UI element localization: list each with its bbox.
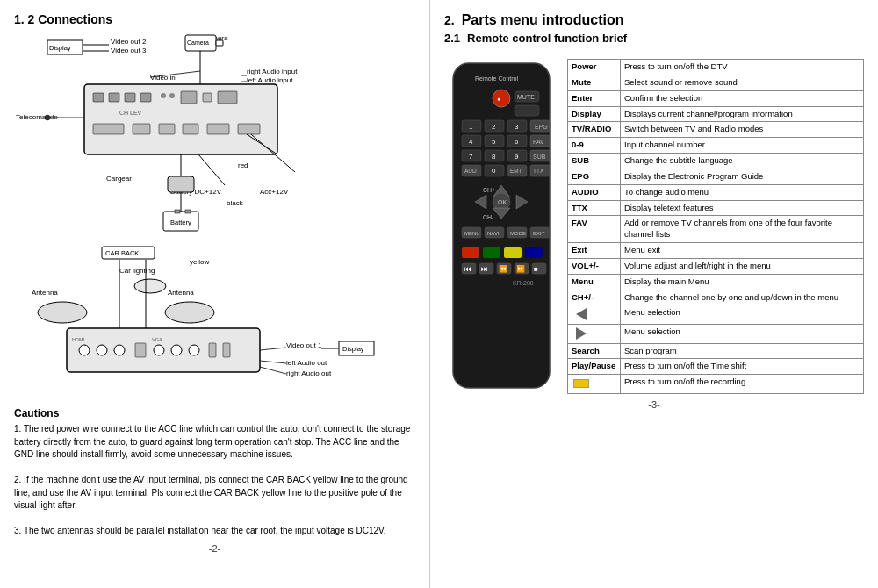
cell-desc: Input channel number [621, 138, 864, 154]
remote-control-image: Remote Control ● MUTE ··· 1 2 3 EPG [444, 59, 558, 394]
svg-text:9: 9 [515, 153, 519, 161]
diagram-svg: Video out 2 Video out 3 Camera Display C… [14, 32, 418, 396]
svg-point-37 [45, 115, 50, 120]
svg-point-68 [171, 345, 182, 355]
svg-point-64 [97, 345, 107, 355]
cautions-title: Cautions [14, 407, 415, 419]
cell-desc: Switch between TV and Radio modes [621, 122, 864, 138]
svg-point-65 [114, 345, 125, 355]
table-row: Search Scan program [568, 343, 864, 359]
svg-rect-28 [93, 124, 124, 134]
cell-desc: Change the subtitle language [621, 154, 864, 169]
svg-rect-29 [133, 124, 150, 134]
table-row: Power Press to turn on/off the DTV [568, 60, 864, 75]
page-left: 1. 2 Connections Video out 2 Video out 3… [0, 0, 430, 588]
remote-svg: Remote Control ● MUTE ··· 1 2 3 EPG [444, 59, 558, 392]
right-page-num: -3- [444, 399, 864, 410]
svg-rect-143 [504, 247, 522, 258]
svg-rect-25 [181, 91, 197, 104]
svg-text:●: ● [497, 96, 500, 102]
cell-icon-left [568, 305, 621, 325]
svg-text:Acc+12V: Acc+12V [260, 188, 289, 196]
left-page-num: -2- [14, 543, 415, 554]
svg-text:3: 3 [515, 123, 519, 131]
svg-rect-33 [238, 124, 260, 134]
cell-desc: Press to turn on/off the DTV [621, 60, 864, 75]
svg-text:Cargear: Cargear [106, 175, 132, 183]
table-row: Menu selection [568, 324, 864, 343]
svg-text:Display: Display [49, 44, 71, 52]
table-row: Mute Select sound or remove sound [568, 75, 864, 90]
svg-text:4: 4 [469, 138, 473, 146]
svg-text:⏪: ⏪ [499, 264, 507, 273]
table-row: CH+/- Change the channel one by one and … [568, 290, 864, 305]
svg-text:EXIT: EXIT [533, 231, 545, 236]
cell-desc: Select sound or remove sound [621, 75, 864, 90]
cell-desc: Add or remove TV channels from one of th… [621, 216, 864, 243]
cell-name: VOL+/- [568, 258, 621, 274]
caution-1: 1. The red power wire connect to the ACC… [14, 423, 415, 462]
svg-text:MODE: MODE [510, 231, 526, 236]
svg-text:AUD: AUD [464, 168, 477, 174]
cell-desc: Volume adjust and left/right in the menu [621, 258, 864, 274]
svg-text:right Audio input: right Audio input [247, 68, 298, 75]
svg-rect-20 [109, 93, 119, 102]
cell-desc: To change audio menu [621, 184, 864, 200]
cell-desc: Display teletext features [621, 200, 864, 216]
cell-name: Menu [568, 274, 621, 290]
svg-text:EMT: EMT [510, 168, 522, 174]
cell-name: Play/Pause [568, 359, 621, 375]
cell-name: AUDIO [568, 184, 621, 200]
svg-rect-47 [168, 176, 194, 192]
svg-point-63 [79, 345, 90, 355]
cell-name: Power [568, 60, 621, 75]
left-arrow-shape [576, 308, 587, 320]
table-row: VOL+/- Volume adjust and left/right in t… [568, 258, 864, 274]
svg-point-67 [154, 345, 164, 355]
cell-desc: Menu exit [621, 242, 864, 258]
svg-text:FAV: FAV [533, 139, 544, 145]
cell-name: EPG [568, 169, 621, 184]
svg-text:Car lighting: Car lighting [119, 267, 155, 275]
svg-text:Antenna: Antenna [168, 289, 194, 297]
caution-3: 3. The two antennas should be parallel i… [14, 525, 415, 538]
cell-name: FAV [568, 216, 621, 243]
svg-rect-22 [140, 93, 151, 102]
svg-text:left Audio out: left Audio out [286, 359, 327, 367]
svg-rect-32 [207, 124, 229, 134]
svg-rect-144 [525, 247, 543, 258]
svg-rect-27 [218, 91, 237, 104]
svg-rect-19 [93, 93, 104, 102]
svg-text:Video out 3: Video out 3 [111, 47, 147, 54]
right-subsection-num: 2.1 [444, 32, 460, 45]
svg-text:Video out 1: Video out 1 [286, 341, 322, 349]
left-section-title: 1. 2 Connections [14, 12, 415, 26]
svg-text:⏩: ⏩ [516, 264, 525, 273]
svg-text:5: 5 [492, 138, 496, 146]
svg-text:0: 0 [492, 167, 496, 175]
cell-desc: Display the main Menu [621, 274, 864, 290]
svg-rect-141 [462, 247, 479, 258]
table-row: TV/RADIO Switch between TV and Radio mod… [568, 122, 864, 138]
yellow-rect-shape [573, 379, 589, 388]
svg-rect-9 [216, 40, 223, 46]
cell-name: Enter [568, 90, 621, 106]
svg-text:8: 8 [492, 153, 496, 161]
cell-name: Exit [568, 242, 621, 258]
svg-text:left Audio input: left Audio input [247, 76, 293, 84]
cell-name: CH+/- [568, 290, 621, 305]
svg-text:CH+: CH+ [483, 187, 495, 193]
svg-rect-31 [183, 124, 198, 134]
svg-text:TTX: TTX [533, 168, 544, 174]
svg-rect-70 [209, 343, 216, 357]
table-row: Display Displays current channel/program… [568, 106, 864, 122]
svg-text:CH-: CH- [483, 214, 494, 220]
cell-name: 0-9 [568, 138, 621, 154]
svg-text:KR-288: KR-288 [513, 280, 534, 286]
cell-name: Search [568, 343, 621, 359]
table-row: FAV Add or remove TV channels from one o… [568, 216, 864, 243]
svg-rect-26 [203, 93, 212, 102]
svg-text:Antenna: Antenna [32, 289, 58, 297]
svg-rect-142 [483, 247, 500, 258]
table-row: Press to turn on/off the recording [568, 375, 864, 394]
